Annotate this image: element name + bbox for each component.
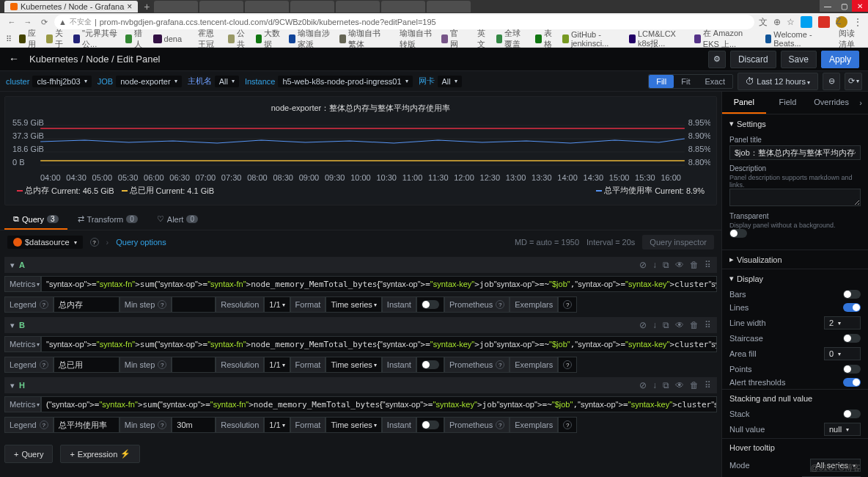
- query-inspector-button[interactable]: Query inspector: [642, 235, 714, 250]
- bookmark-star-icon[interactable]: ☆: [787, 17, 795, 27]
- minstep-input[interactable]: [172, 296, 216, 313]
- discard-button[interactable]: Discard: [730, 51, 776, 68]
- toggle-query-icon[interactable]: 👁: [675, 320, 684, 330]
- expand-icon[interactable]: ›: [853, 92, 868, 114]
- side-tab-panel[interactable]: Panel: [722, 92, 766, 114]
- legend-input[interactable]: 总平均使用率: [54, 417, 119, 433]
- section-stacking[interactable]: Stacking and null value: [722, 390, 868, 407]
- window-close[interactable]: ✕: [852, 0, 868, 12]
- lines-toggle[interactable]: [843, 303, 861, 312]
- bookmark-item[interactable]: 官网: [441, 28, 461, 50]
- fit-option[interactable]: Fit: [674, 75, 697, 88]
- refresh-icon[interactable]: ⟳: [845, 73, 862, 90]
- duplicate-query-icon[interactable]: ⊘: [639, 260, 647, 270]
- query-header-row[interactable]: ▾ A ⊘ ↓ ⧉ 👁 🗑 ⠿: [4, 257, 717, 273]
- var-value-job[interactable]: node-exporter: [116, 76, 182, 87]
- resolution-select[interactable]: 1/1: [264, 357, 290, 373]
- bars-toggle[interactable]: [843, 290, 861, 299]
- move-query-icon[interactable]: ↓: [652, 260, 657, 270]
- metrics-label[interactable]: Metrics: [4, 336, 41, 352]
- browser-tab-active[interactable]: Kubernetes / Node - Grafana ×: [4, 1, 138, 12]
- bookmark-item[interactable]: 猎人: [125, 28, 145, 50]
- var-value-cluster[interactable]: cls-fhhj2b03: [32, 76, 91, 87]
- profile-avatar[interactable]: Z: [836, 16, 847, 28]
- browser-tab-inactive[interactable]: [199, 1, 243, 12]
- move-query-icon[interactable]: ↓: [652, 320, 657, 330]
- copy-query-icon[interactable]: ⧉: [663, 380, 669, 390]
- section-display[interactable]: ▾ Display: [722, 269, 868, 288]
- browser-tab-inactive[interactable]: [245, 1, 289, 12]
- metrics-label[interactable]: Metrics: [4, 396, 41, 412]
- section-settings[interactable]: ▾ Settings: [722, 114, 868, 133]
- instant-toggle[interactable]: [416, 296, 444, 313]
- legend-item[interactable]: 总内存 Current: 46.5 GiB: [17, 185, 114, 196]
- bookmark-item[interactable]: 瑜珈自书转版: [391, 28, 435, 50]
- extension-icon[interactable]: [818, 16, 830, 28]
- var-value-host[interactable]: All: [215, 76, 239, 87]
- copy-query-icon[interactable]: ⧉: [663, 320, 669, 330]
- instant-toggle[interactable]: [416, 357, 444, 373]
- zoom-out-icon[interactable]: ⊖: [823, 73, 840, 90]
- forward-button[interactable]: →: [22, 16, 34, 28]
- settings-icon[interactable]: ⚙: [708, 51, 726, 68]
- zoom-icon[interactable]: ⊕: [773, 17, 781, 27]
- window-minimize[interactable]: —: [820, 0, 836, 12]
- linewidth-select[interactable]: 2: [824, 316, 861, 329]
- transparent-toggle[interactable]: [729, 229, 747, 238]
- tab-alert[interactable]: ♡ Alert 0: [148, 210, 207, 230]
- legend-item[interactable]: 总平均使用率 Current: 8.9%: [596, 185, 705, 196]
- browser-tab-inactive[interactable]: [427, 1, 471, 12]
- browser-tab-inactive[interactable]: [154, 1, 198, 12]
- time-range-picker[interactable]: ⏱ Last 12 hours: [738, 73, 818, 90]
- minstep-input[interactable]: [172, 357, 216, 373]
- duplicate-query-icon[interactable]: ⊘: [639, 380, 647, 390]
- format-select[interactable]: Time series: [326, 357, 381, 373]
- resolution-select[interactable]: 1/1: [264, 417, 290, 433]
- chart-canvas[interactable]: 55.9 GiB 37.3 GiB 18.6 GiB 0 B 8.95% 8.9…: [11, 118, 710, 173]
- delete-query-icon[interactable]: 🗑: [690, 380, 699, 390]
- stack-toggle[interactable]: [843, 409, 861, 418]
- bookmark-item[interactable]: "元界其母公...: [73, 28, 118, 50]
- query-options-link[interactable]: Query options: [116, 238, 166, 247]
- bookmark-item[interactable]: 霍恩王冠: [189, 28, 221, 50]
- bookmark-item[interactable]: 关于: [46, 28, 66, 50]
- bookmark-item[interactable]: 表格: [535, 28, 555, 50]
- var-value-instance[interactable]: h5-web-k8s-node-prod-ingress01: [278, 76, 412, 87]
- add-expression-button[interactable]: + Expression ⚡: [60, 445, 140, 463]
- metrics-label[interactable]: Metrics: [4, 276, 41, 292]
- metrics-expression-input[interactable]: ("syntax-op">="syntax-fn">sum("syntax-op…: [41, 396, 717, 412]
- alert-thresholds-toggle[interactable]: [843, 378, 861, 387]
- drag-query-icon[interactable]: ⠿: [705, 260, 711, 270]
- toggle-query-icon[interactable]: 👁: [675, 380, 684, 390]
- exemplars-input[interactable]: ?: [558, 296, 577, 313]
- new-tab-button[interactable]: +: [139, 1, 154, 12]
- metrics-expression-input[interactable]: "syntax-op">="syntax-fn">sum("syntax-op"…: [41, 276, 717, 292]
- delete-query-icon[interactable]: 🗑: [690, 320, 699, 330]
- bookmark-item[interactable]: 英文: [468, 28, 488, 50]
- instant-toggle[interactable]: [416, 417, 444, 433]
- format-select[interactable]: Time series: [326, 296, 381, 313]
- exact-option[interactable]: Exact: [697, 75, 732, 88]
- window-maximize[interactable]: ▢: [836, 0, 852, 12]
- fill-option[interactable]: Fill: [649, 75, 674, 88]
- bookmark-item[interactable]: 瑜珈自涉家派: [289, 28, 333, 50]
- drag-query-icon[interactable]: ⠿: [705, 320, 711, 330]
- format-select[interactable]: Time series: [326, 417, 381, 433]
- translate-icon[interactable]: 文: [759, 16, 768, 29]
- back-arrow-icon[interactable]: ←: [9, 53, 22, 66]
- delete-query-icon[interactable]: 🗑: [690, 260, 699, 270]
- url-input[interactable]: ▲ 不安全 | prom-nvbgdjen-grafana.ccs.tencen…: [54, 15, 754, 29]
- browser-tab-inactive[interactable]: [381, 1, 425, 12]
- areafill-select[interactable]: 0: [824, 347, 861, 360]
- menu-icon[interactable]: ⋮: [853, 17, 862, 27]
- legend-input[interactable]: 总内存: [54, 296, 119, 313]
- exemplars-input[interactable]: ?: [558, 417, 577, 433]
- browser-tab-inactive[interactable]: [336, 1, 380, 12]
- bookmark-item[interactable]: 阅读清单: [831, 28, 862, 50]
- bookmark-item[interactable]: 瑜珈自书繁体: [339, 28, 383, 50]
- bookmark-item[interactable]: 公共: [228, 28, 248, 50]
- side-tab-overrides[interactable]: Overrides: [809, 92, 853, 114]
- apply-button[interactable]: Apply: [821, 51, 859, 68]
- save-button[interactable]: Save: [781, 51, 817, 68]
- bookmark-item[interactable]: 全球覆盖: [496, 28, 528, 50]
